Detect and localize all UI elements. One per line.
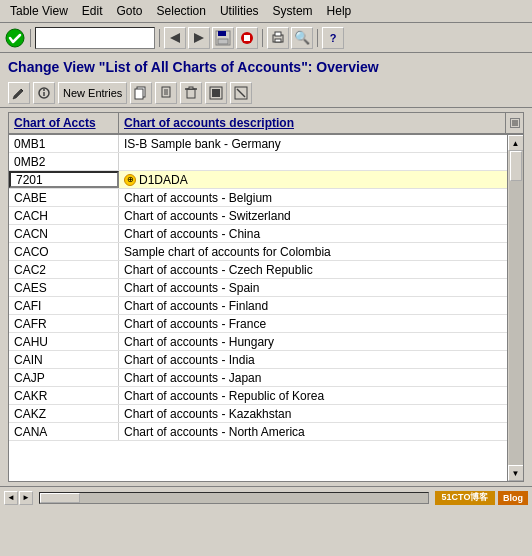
menu-table-view[interactable]: Table View xyxy=(4,2,74,20)
cell-desc-cach: Chart of accounts - Switzerland xyxy=(119,207,507,224)
hscroll-track[interactable] xyxy=(39,492,429,504)
cell-chart-caco: CACO xyxy=(9,243,119,260)
table-row[interactable]: CAFR Chart of accounts - France xyxy=(9,315,507,333)
paste-row-btn[interactable] xyxy=(155,82,177,104)
svg-rect-7 xyxy=(244,35,250,41)
table-row[interactable]: CAKZ Chart of accounts - Kazakhstan xyxy=(9,405,507,423)
cell-chart-0mb1: 0MB1 xyxy=(9,135,119,152)
table-row[interactable]: 0MB1 IS-B Sample bank - Germany xyxy=(9,135,507,153)
page-title: Change View "List of All Charts of Accou… xyxy=(8,59,379,75)
cell-desc-cafr: Chart of accounts - France xyxy=(119,315,507,332)
cell-desc-cakz: Chart of accounts - Kazakhstan xyxy=(119,405,507,422)
scroll-down-btn[interactable]: ▼ xyxy=(508,465,524,481)
menu-goto[interactable]: Goto xyxy=(111,2,149,20)
svg-marker-11 xyxy=(13,89,23,99)
cell-desc-cafi: Chart of accounts - Finland xyxy=(119,297,507,314)
sort-btn[interactable] xyxy=(505,113,523,133)
cell-chart-cach: CACH xyxy=(9,207,119,224)
nav-back-btn[interactable] xyxy=(164,27,186,49)
cell-chart-cafi: CAFI xyxy=(9,297,119,314)
cell-desc-0mb2 xyxy=(119,153,507,170)
cell-desc-cajp: Chart of accounts - Japan xyxy=(119,369,507,386)
hscroll-thumb[interactable] xyxy=(40,493,80,503)
cell-chart-cain: CAIN xyxy=(9,351,119,368)
menu-system[interactable]: System xyxy=(267,2,319,20)
vertical-scrollbar[interactable]: ▲ ▼ xyxy=(507,135,523,481)
watermark-text: 51CTO博客 xyxy=(442,491,489,504)
table-body-area: 0MB1 IS-B Sample bank - Germany 0MB2 720… xyxy=(9,135,523,481)
help-btn[interactable]: ? xyxy=(322,27,344,49)
menu-edit[interactable]: Edit xyxy=(76,2,109,20)
cell-desc-cac2: Chart of accounts - Czech Republic xyxy=(119,261,507,278)
scroll-thumb[interactable] xyxy=(510,151,522,181)
table-row[interactable]: CACN Chart of accounts - China xyxy=(9,225,507,243)
cell-desc-0mb1: IS-B Sample bank - Germany xyxy=(119,135,507,152)
cell-chart-cana: CANA xyxy=(9,423,119,440)
system-toolbar: 🔍 ? xyxy=(0,23,532,53)
command-field[interactable] xyxy=(35,27,155,49)
main-table: Chart of Accts Chart of accounts descrip… xyxy=(8,112,524,482)
hscroll-area: ◄ ► xyxy=(4,491,33,505)
cell-chart-7201[interactable]: 7201 xyxy=(9,171,119,188)
svg-rect-26 xyxy=(212,89,220,97)
cell-chart-caes: CAES xyxy=(9,279,119,296)
cell-chart-cac2: CAC2 xyxy=(9,261,119,278)
new-entries-btn[interactable]: New Entries xyxy=(58,82,127,104)
deselect-all-btn[interactable] xyxy=(230,82,252,104)
cell-chart-cabe: CABE xyxy=(9,189,119,206)
menu-utilities[interactable]: Utilities xyxy=(214,2,265,20)
table-row[interactable]: CAHU Chart of accounts - Hungary xyxy=(9,333,507,351)
table-row[interactable]: CACO Sample chart of accounts for Colomb… xyxy=(9,243,507,261)
delete-row-btn[interactable] xyxy=(180,82,202,104)
select-all-btn[interactable] xyxy=(205,82,227,104)
table-row[interactable]: CAIN Chart of accounts - India xyxy=(9,351,507,369)
col-desc-header[interactable]: Chart of accounts description xyxy=(119,113,505,133)
table-row[interactable]: CAES Chart of accounts - Spain xyxy=(9,279,507,297)
svg-point-0 xyxy=(6,29,24,47)
save-btn[interactable] xyxy=(212,27,234,49)
table-row[interactable]: CAKR Chart of accounts - Republic of Kor… xyxy=(9,387,507,405)
cell-desc-cabe: Chart of accounts - Belgium xyxy=(119,189,507,206)
table-row[interactable]: CACH Chart of accounts - Switzerland xyxy=(9,207,507,225)
table-row[interactable]: CAJP Chart of accounts - Japan xyxy=(9,369,507,387)
scroll-up-btn[interactable]: ▲ xyxy=(508,135,524,151)
cell-chart-cakr: CAKR xyxy=(9,387,119,404)
svg-rect-24 xyxy=(189,87,193,89)
nav-forward-btn[interactable] xyxy=(188,27,210,49)
table-row[interactable]: CAC2 Chart of accounts - Czech Republic xyxy=(9,261,507,279)
edit-pencil-btn[interactable] xyxy=(8,82,30,104)
svg-rect-9 xyxy=(275,32,281,36)
blog-box: Blog xyxy=(498,491,528,505)
scroll-track[interactable] xyxy=(509,151,523,465)
table-row[interactable]: 0MB2 xyxy=(9,153,507,171)
print-btn[interactable] xyxy=(267,27,289,49)
details-btn[interactable] xyxy=(33,82,55,104)
new-entries-label: New Entries xyxy=(63,87,122,99)
table-row[interactable]: CABE Chart of accounts - Belgium xyxy=(9,189,507,207)
col-chart-header[interactable]: Chart of Accts xyxy=(9,113,119,133)
copy-row-btn[interactable] xyxy=(130,82,152,104)
find-btn[interactable]: 🔍 xyxy=(291,27,313,49)
hscroll-left-btn[interactable]: ◄ xyxy=(4,491,18,505)
hscroll-right-btn[interactable]: ► xyxy=(19,491,33,505)
edit-indicator: ⊕ xyxy=(124,174,136,186)
cell-chart-cafr: CAFR xyxy=(9,315,119,332)
menu-selection[interactable]: Selection xyxy=(151,2,212,20)
table-row[interactable]: 7201 ⊕ D1DADA xyxy=(9,171,507,189)
cell-desc-cacn: Chart of accounts - China xyxy=(119,225,507,242)
stop-btn[interactable] xyxy=(236,27,258,49)
table-row[interactable]: CANA Chart of accounts - North America xyxy=(9,423,507,441)
table-row[interactable]: CAFI Chart of accounts - Finland xyxy=(9,297,507,315)
toolbar-sep-2 xyxy=(159,29,160,47)
cell-chart-cajp: CAJP xyxy=(9,369,119,386)
menu-help[interactable]: Help xyxy=(321,2,358,20)
title-area: Change View "List of All Charts of Accou… xyxy=(0,53,532,79)
cell-chart-cacn: CACN xyxy=(9,225,119,242)
status-bar: ◄ ► 51CTO博客 Blog xyxy=(0,486,532,508)
status-left: ◄ ► xyxy=(4,491,431,505)
cell-chart-cahu: CAHU xyxy=(9,333,119,350)
svg-marker-1 xyxy=(170,33,180,43)
svg-rect-5 xyxy=(218,39,228,44)
sap-check-icon[interactable] xyxy=(4,27,26,49)
menu-bar: Table View Edit Goto Selection Utilities… xyxy=(0,0,532,23)
